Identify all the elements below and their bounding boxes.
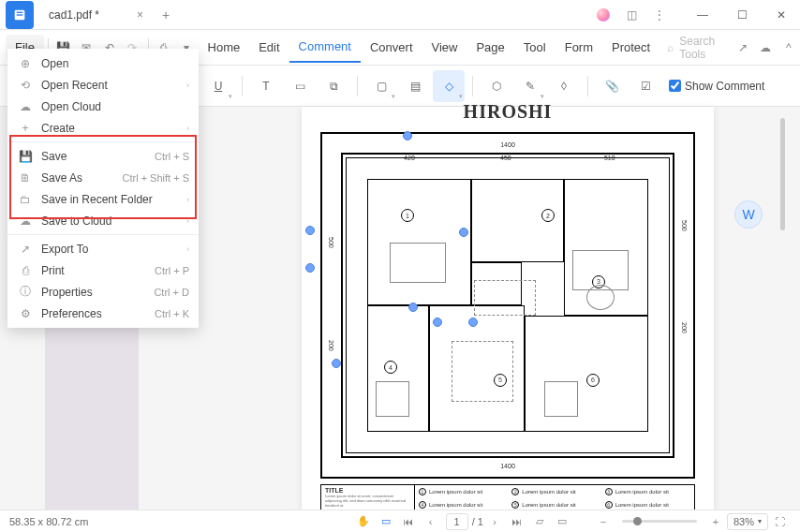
page-number-input[interactable]: 1 [446, 513, 468, 530]
fullscreen-icon[interactable]: ⛶ [768, 510, 791, 533]
page-total: / 1 [472, 516, 483, 527]
app-icon[interactable] [6, 1, 34, 29]
annotation-handle[interactable] [305, 263, 315, 273]
doc-title: HIROSHI [302, 101, 714, 123]
share-icon[interactable]: ↗ [733, 35, 752, 61]
comment-tool[interactable]: ▤ [399, 70, 431, 102]
word-export-button[interactable]: W [734, 200, 763, 229]
comments-panel-icon[interactable]: ☑ [630, 70, 661, 102]
menu-open[interactable]: ⊕Open [7, 52, 199, 74]
zoom-out-button[interactable]: − [592, 510, 615, 533]
signature-tool[interactable]: ✎ [514, 70, 546, 102]
tab-tool[interactable]: Tool [514, 33, 556, 62]
more-icon[interactable]: ⋮ [646, 2, 673, 28]
text-tool[interactable]: T [250, 70, 282, 102]
menu-save[interactable]: 💾SaveCtrl + S [7, 145, 199, 167]
minimize-button[interactable]: — [684, 0, 721, 30]
annotation-handle[interactable] [468, 318, 478, 327]
notification-icon[interactable]: ◫ [618, 2, 644, 28]
tab-edit[interactable]: Edit [249, 33, 289, 62]
annotation-handle[interactable] [332, 359, 341, 368]
shape-tool[interactable]: ◇ [433, 70, 465, 102]
textbox-tool[interactable]: ▭ [284, 70, 316, 102]
maximize-button[interactable]: ☐ [723, 0, 761, 30]
attachment-tool[interactable]: 📎 [596, 70, 628, 102]
svg-rect-1 [17, 11, 23, 12]
last-page-icon[interactable]: ⏭ [506, 510, 528, 533]
annotation-handle[interactable] [408, 303, 418, 312]
dim-top: 1400 [500, 141, 515, 148]
zoom-level[interactable]: 83%▾ [727, 513, 768, 530]
menu-preferences[interactable]: ⚙PreferencesCtrl + K [7, 303, 199, 324]
tab-form[interactable]: Form [556, 33, 602, 62]
dim-bottom: 1400 [500, 463, 515, 469]
cursor-coordinates: 58.35 x 80.72 cm [9, 516, 88, 527]
annotation-handle[interactable] [459, 228, 468, 237]
close-tab-icon[interactable]: × [137, 8, 143, 22]
annotation-handle[interactable] [305, 226, 315, 235]
file-dropdown-menu: ⊕Open ⟲Open Recent› ☁Open Cloud +Create›… [7, 49, 199, 328]
add-tab-button[interactable]: + [162, 7, 170, 22]
zoom-slider[interactable] [622, 520, 697, 523]
tab-home[interactable]: Home [199, 33, 250, 62]
fit-width-icon[interactable]: ▭ [551, 510, 573, 533]
stamp-tool[interactable]: ⬡ [481, 70, 512, 102]
tab-convert[interactable]: Convert [361, 33, 422, 62]
wand-icon: ⌕ [667, 41, 674, 54]
svg-rect-2 [17, 14, 23, 15]
vertical-scrollbar[interactable] [780, 118, 785, 230]
first-page-icon[interactable]: ⏮ [397, 510, 420, 533]
menu-open-recent[interactable]: ⟲Open Recent› [7, 74, 199, 96]
menu-save-as[interactable]: 🗎Save AsCtrl + Shift + S [7, 167, 199, 188]
zoom-in-button[interactable]: + [704, 510, 727, 533]
menu-open-cloud[interactable]: ☁Open Cloud [7, 96, 199, 117]
tab-protect[interactable]: Protect [602, 33, 659, 62]
annotation-handle[interactable] [403, 131, 412, 140]
fit-page-icon[interactable]: ▱ [528, 510, 551, 533]
menu-properties[interactable]: ⓘPropertiesCtrl + D [7, 281, 199, 303]
cloud-icon[interactable]: ☁ [756, 35, 776, 61]
tab-comment[interactable]: Comment [289, 32, 361, 63]
show-comment-checkbox[interactable] [669, 80, 681, 92]
prev-page-icon[interactable]: ‹ [420, 510, 442, 533]
menu-save-cloud[interactable]: ☁Save to Cloud› [7, 210, 199, 231]
menu-save-recent-folder[interactable]: 🗀Save in Recent Folder› [7, 188, 199, 210]
statusbar: 58.35 x 80.72 cm ✋ ▭ ⏮ ‹ 1 / 1 › ⏭ ▱ ▭ −… [0, 510, 800, 532]
next-page-icon[interactable]: › [483, 510, 506, 533]
tab-page[interactable]: Page [467, 33, 513, 62]
callout-tool[interactable]: ⧉ [318, 70, 349, 102]
titlebar: cad1.pdf * × + ◫ ⋮ — ☐ ✕ [0, 0, 800, 30]
assistant-icon[interactable] [590, 2, 616, 28]
collapse-icon[interactable]: ^ [778, 35, 798, 61]
annotation-handle[interactable] [433, 318, 442, 327]
show-comment-toggle[interactable]: Show Comment [669, 80, 764, 93]
tab-document[interactable]: cad1.pdf * × [39, 2, 153, 28]
tab-view[interactable]: View [422, 33, 467, 62]
tab-filename: cad1.pdf * [49, 8, 99, 22]
menu-export[interactable]: ↗Export To› [7, 238, 199, 259]
search-tools[interactable]: ⌕Search Tools [659, 35, 731, 61]
measure-tool[interactable]: ◊ [548, 70, 580, 102]
underline-tool[interactable]: U [202, 70, 234, 102]
select-tool-icon[interactable]: ▭ [375, 510, 397, 533]
floor-plan: 1400 1400 420 450 510 500 200 500 200 [320, 132, 695, 479]
menu-print[interactable]: ⎙PrintCtrl + P [7, 259, 199, 281]
document-page[interactable]: HIROSHI 1400 1400 420 450 510 500 200 50… [302, 107, 714, 532]
note-tool[interactable]: ▢ [365, 70, 397, 102]
legend: TITLE Lorem ipsum dolor sit amet, consec… [320, 484, 695, 512]
close-button[interactable]: ✕ [763, 0, 800, 30]
hand-tool-icon[interactable]: ✋ [352, 510, 375, 533]
menu-create[interactable]: +Create› [7, 117, 199, 139]
